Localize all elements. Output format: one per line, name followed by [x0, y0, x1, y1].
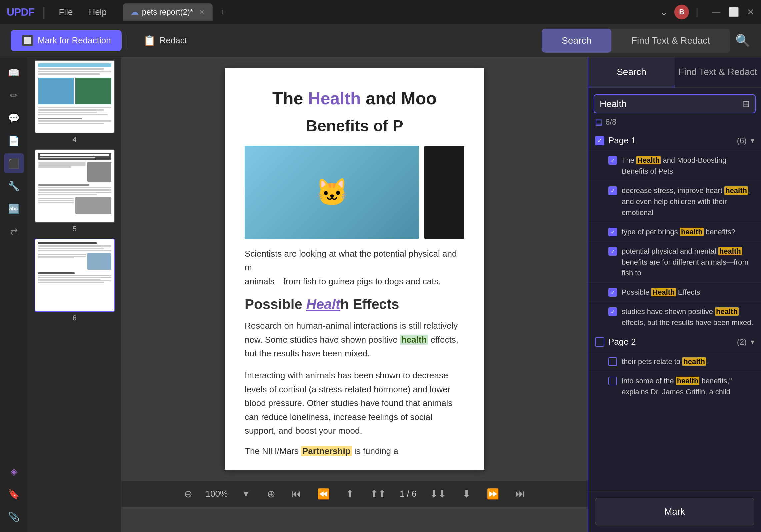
thumbnail-label-4: 4 — [31, 135, 118, 144]
result-p2-1-checkbox[interactable] — [608, 357, 617, 366]
result-item[interactable]: into some of the health benefits," expla… — [588, 371, 761, 401]
result-3-checkbox[interactable]: ✓ — [608, 228, 617, 236]
redact-sidebar-icon[interactable]: ⬛ — [4, 153, 24, 173]
result-4-checkbox[interactable]: ✓ — [608, 247, 617, 256]
doc-wrapper: The Health and Moo Benefits of P 🐱 Scien… — [121, 57, 588, 532]
tab-bar: ☁ pets report(2)* ✕ + — [123, 3, 655, 21]
bottom-nav-bar: ⊖ 100% ▼ ⊕ ⏮ ⏪ ⬆ ⬆⬆ 1 / 6 ⬇⬇ ⬇ ⏩ ⏭ — [121, 480, 588, 507]
mark-button[interactable]: Mark — [595, 498, 754, 525]
page-1-checkbox[interactable]: ✓ — [595, 136, 604, 145]
thumbnail-6[interactable]: 6 — [31, 239, 118, 322]
layers-icon[interactable]: ◈ — [4, 461, 24, 481]
search-panel-tab[interactable]: Search — [588, 57, 675, 87]
search-input[interactable] — [600, 99, 739, 109]
health-section-highlight: Healt — [306, 296, 340, 312]
result-item[interactable]: ✓ studies have shown positive health eff… — [588, 302, 761, 332]
page-1-header[interactable]: ✓ Page 1 (6) ▾ — [588, 131, 761, 150]
result-item[interactable]: ✓ Possible Health Effects — [588, 282, 761, 302]
result-2-text: decrease stress, improve heart health, a… — [622, 185, 754, 218]
close-btn[interactable]: ✕ — [747, 7, 754, 17]
file-menu[interactable]: File — [53, 5, 78, 19]
mark-btn-area: Mark — [588, 491, 761, 532]
result-p2-2-checkbox[interactable] — [608, 377, 617, 385]
page-1-group: ✓ Page 1 (6) ▾ ✓ The Health and Mood-Boo… — [588, 131, 761, 332]
find-text-redact-tab[interactable]: Find Text & Redact — [611, 29, 730, 53]
page-2-header[interactable]: Page 2 (2) ▾ — [588, 332, 761, 352]
health-title-highlight: Health — [308, 89, 361, 108]
result-6-checkbox[interactable]: ✓ — [608, 307, 617, 316]
result-5-checkbox[interactable]: ✓ — [608, 288, 617, 297]
health-inline: health — [400, 335, 428, 345]
organize-icon[interactable]: 🔧 — [4, 176, 24, 196]
nav-prev-page-btn[interactable]: ⬆ — [343, 485, 357, 502]
nav-next-all-btn[interactable]: ⬇⬇ — [427, 485, 449, 502]
maximize-btn[interactable]: ⬜ — [728, 7, 739, 17]
result-6-text: studies have shown positive health effec… — [622, 306, 754, 328]
mark-redact-icon: 🔲 — [21, 35, 34, 46]
comment-icon[interactable]: 💬 — [4, 108, 24, 128]
zoom-dropdown[interactable]: ▼ — [238, 487, 254, 500]
doc-subtitle: Benefits of P — [245, 117, 464, 135]
result-4-text: potential physical and mental health ben… — [622, 246, 754, 278]
zoom-in-btn[interactable]: ⊕ — [264, 485, 278, 502]
toolbar: 🔲 Mark for Redaction 📋 Redact Search Fin… — [0, 24, 761, 57]
result-item[interactable]: ✓ The Health and Mood-Boosting Benefits … — [588, 150, 761, 181]
window-controls: — ⬜ ✕ — [712, 7, 754, 17]
thumbnail-label-6: 6 — [31, 314, 118, 322]
result-item[interactable]: ✓ potential physical and mental health b… — [588, 241, 761, 282]
read-mode-icon[interactable]: 📖 — [4, 63, 24, 83]
help-menu[interactable]: Help — [83, 5, 112, 19]
partnership-highlight: Partnership — [301, 446, 352, 456]
tab-close-icon[interactable]: ✕ — [199, 8, 205, 16]
page-2-checkbox[interactable] — [595, 337, 604, 347]
document-page: The Health and Moo Benefits of P 🐱 Scien… — [225, 68, 484, 470]
pages-icon[interactable]: 📄 — [4, 131, 24, 151]
bookmark-icon[interactable]: 🔖 — [4, 484, 24, 504]
nav-next-page-btn[interactable]: ⬇ — [460, 485, 473, 502]
mark-for-redaction-btn[interactable]: 🔲 Mark for Redaction — [11, 30, 122, 51]
result-5-text: Possible Health Effects — [622, 287, 754, 298]
tab-label: pets report(2)* — [142, 7, 193, 17]
nav-next-btn[interactable]: ⏩ — [484, 485, 502, 502]
redact-btn[interactable]: 📋 Redact — [133, 30, 198, 51]
find-text-panel-tab[interactable]: Find Text & Redact — [675, 57, 761, 87]
result-3-text: type of pet brings health benefits? — [622, 226, 754, 237]
nav-prev-btn[interactable]: ⏪ — [315, 485, 332, 502]
result-item[interactable]: ✓ decrease stress, improve heart health,… — [588, 181, 761, 222]
user-avatar[interactable]: B — [674, 5, 689, 19]
annotate-icon[interactable]: ✏ — [4, 85, 24, 105]
document-area: The Health and Moo Benefits of P 🐱 Scien… — [121, 57, 588, 532]
title-controls: ⌄ B | — ⬜ ✕ — [660, 5, 754, 19]
right-panel: Search Find Text & Redact ⊟ ▤ 6/8 ✓ Page… — [588, 57, 761, 532]
page-input[interactable]: 1 / 6 — [400, 489, 417, 499]
nav-prev-all-btn[interactable]: ⬆⬆ — [367, 485, 389, 502]
search-icon[interactable]: 🔍 — [735, 34, 750, 48]
count-icon: ▤ — [595, 117, 603, 127]
nav-last-btn[interactable]: ⏭ — [512, 485, 528, 502]
nav-first-btn[interactable]: ⏮ — [289, 485, 304, 502]
search-tab[interactable]: Search — [542, 29, 611, 53]
result-2-checkbox[interactable]: ✓ — [608, 186, 617, 195]
page-2-expand-icon[interactable]: ▾ — [751, 338, 754, 346]
doc-body-1: Scientists are looking at what the poten… — [245, 247, 464, 288]
add-tab-button[interactable]: + — [215, 5, 229, 19]
minimize-btn[interactable]: — — [712, 7, 720, 17]
result-item[interactable]: their pets relate to health. — [588, 352, 761, 371]
attachment-icon[interactable]: 📎 — [4, 507, 24, 527]
collapse-btn[interactable]: ⌄ — [660, 7, 668, 18]
doc-image-row: 🐱 — [245, 146, 464, 239]
right-image — [424, 146, 464, 239]
search-tab-group: Search Find Text & Redact — [542, 29, 730, 53]
app-logo: UPDF — [7, 6, 34, 18]
compare-icon[interactable]: ⇄ — [4, 221, 24, 241]
ocr-icon[interactable]: 🔤 — [4, 199, 24, 219]
filter-btn[interactable]: ⊟ — [742, 98, 750, 109]
results-count: ▤ 6/8 — [588, 113, 761, 131]
active-tab[interactable]: ☁ pets report(2)* ✕ — [123, 3, 213, 21]
result-1-checkbox[interactable]: ✓ — [608, 156, 617, 165]
page-1-expand-icon[interactable]: ▾ — [751, 136, 754, 145]
result-item[interactable]: ✓ type of pet brings health benefits? — [588, 222, 761, 241]
thumbnail-5[interactable]: 5 — [31, 149, 118, 233]
zoom-out-btn[interactable]: ⊖ — [181, 485, 195, 502]
thumbnail-4[interactable]: 4 — [31, 60, 118, 144]
